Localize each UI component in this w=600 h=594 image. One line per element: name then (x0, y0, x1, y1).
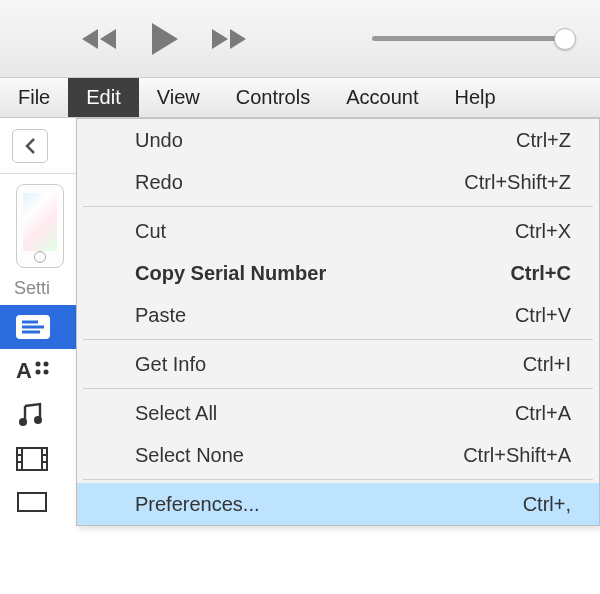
menu-item-label: Select None (135, 444, 244, 467)
svg-point-10 (36, 362, 41, 367)
menu-item-select-all[interactable]: Select All Ctrl+A (77, 392, 599, 434)
menu-item-get-info[interactable]: Get Info Ctrl+I (77, 343, 599, 385)
menu-item-label: Copy Serial Number (135, 262, 326, 285)
menu-separator (83, 479, 593, 480)
menu-item-label: Select All (135, 402, 217, 425)
menu-item-label: Paste (135, 304, 186, 327)
svg-marker-4 (230, 29, 246, 49)
menu-separator (83, 206, 593, 207)
music-icon (16, 402, 60, 428)
svg-point-11 (44, 362, 49, 367)
menu-bar: File Edit View Controls Account Help (0, 78, 600, 118)
menu-help[interactable]: Help (436, 78, 513, 117)
menu-controls[interactable]: Controls (218, 78, 328, 117)
menu-item-shortcut: Ctrl+, (523, 493, 571, 516)
menu-item-shortcut: Ctrl+C (510, 262, 571, 285)
back-button[interactable] (12, 129, 48, 163)
menu-account[interactable]: Account (328, 78, 436, 117)
menu-item-label: Undo (135, 129, 183, 152)
play-icon[interactable] (146, 21, 182, 57)
playback-controls (80, 21, 248, 57)
svg-rect-19 (42, 448, 47, 470)
menu-item-shortcut: Ctrl+Z (516, 129, 571, 152)
menu-item-undo[interactable]: Undo Ctrl+Z (77, 119, 599, 161)
summary-icon (16, 315, 60, 339)
menu-item-label: Cut (135, 220, 166, 243)
menu-item-shortcut: Ctrl+V (515, 304, 571, 327)
menu-item-shortcut: Ctrl+Shift+Z (464, 171, 571, 194)
menu-item-preferences[interactable]: Preferences... Ctrl+, (77, 483, 599, 525)
svg-marker-1 (82, 29, 98, 49)
tv-icon (16, 491, 60, 515)
volume-slider[interactable] (372, 36, 572, 41)
volume-thumb[interactable] (554, 28, 576, 50)
edit-menu-dropdown: Undo Ctrl+Z Redo Ctrl+Shift+Z Cut Ctrl+X… (76, 118, 600, 526)
next-track-icon[interactable] (204, 25, 248, 53)
svg-marker-3 (212, 29, 228, 49)
menu-item-label: Redo (135, 171, 183, 194)
playback-toolbar (0, 0, 600, 78)
svg-text:A: A (16, 358, 32, 383)
menu-item-shortcut: Ctrl+X (515, 220, 571, 243)
previous-track-icon[interactable] (80, 25, 124, 53)
svg-rect-24 (18, 493, 46, 511)
menu-item-redo[interactable]: Redo Ctrl+Shift+Z (77, 161, 599, 203)
svg-rect-18 (17, 448, 22, 470)
menu-item-label: Get Info (135, 353, 206, 376)
menu-item-shortcut: Ctrl+Shift+A (463, 444, 571, 467)
menu-file[interactable]: File (0, 78, 68, 117)
menu-item-paste[interactable]: Paste Ctrl+V (77, 294, 599, 336)
menu-item-select-none[interactable]: Select None Ctrl+Shift+A (77, 434, 599, 476)
movies-icon (16, 447, 60, 471)
menu-item-shortcut: Ctrl+I (523, 353, 571, 376)
device-thumbnail[interactable] (16, 184, 64, 268)
menu-item-cut[interactable]: Cut Ctrl+X (77, 210, 599, 252)
chevron-left-icon (23, 137, 37, 155)
svg-marker-2 (152, 23, 178, 55)
menu-separator (83, 388, 593, 389)
menu-view[interactable]: View (139, 78, 218, 117)
apps-icon: A (16, 358, 60, 384)
volume-track (372, 36, 572, 41)
svg-marker-0 (100, 29, 116, 49)
menu-item-shortcut: Ctrl+A (515, 402, 571, 425)
svg-point-15 (34, 416, 42, 424)
svg-point-13 (44, 370, 49, 375)
menu-separator (83, 339, 593, 340)
menu-edit[interactable]: Edit (68, 78, 138, 117)
svg-point-12 (36, 370, 41, 375)
menu-item-copy-serial[interactable]: Copy Serial Number Ctrl+C (77, 252, 599, 294)
menu-item-label: Preferences... (135, 493, 260, 516)
